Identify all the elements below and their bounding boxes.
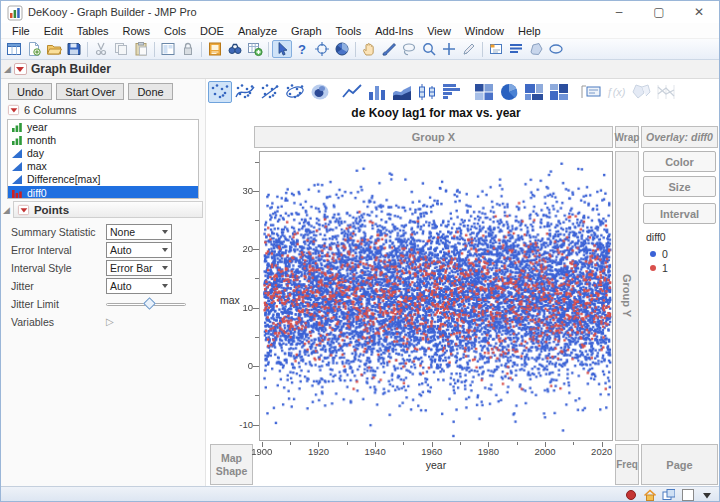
menu-graph[interactable]: Graph (284, 24, 329, 38)
gallery-formula-icon[interactable]: ƒ(x) (604, 81, 628, 103)
gallery-box-plot-icon[interactable] (415, 81, 439, 103)
column-item-diff0[interactable]: diff0 (8, 186, 198, 199)
done-button[interactable]: Done (128, 83, 172, 100)
pencil-icon[interactable] (459, 40, 479, 58)
color-wheel-icon[interactable] (332, 40, 352, 58)
menu-addins[interactable]: Add-Ins (368, 24, 420, 38)
gallery-area-icon[interactable] (390, 81, 414, 103)
lock-icon[interactable] (178, 40, 198, 58)
menu-rows[interactable]: Rows (116, 24, 158, 38)
gallery-map-shapes-icon[interactable] (629, 81, 653, 103)
gallery-line-icon[interactable] (340, 81, 364, 103)
wrap-zone[interactable]: Wrap (615, 126, 639, 148)
page-zone[interactable]: Page (641, 444, 718, 485)
menu-doe[interactable]: DOE (193, 24, 231, 38)
gallery-histogram-icon[interactable] (440, 81, 464, 103)
layout-icon[interactable] (158, 40, 178, 58)
home-icon[interactable] (642, 487, 656, 501)
gallery-bar-icon[interactable] (365, 81, 389, 103)
legend-item-0[interactable]: 0 (646, 247, 718, 261)
gallery-parallel-icon[interactable] (654, 81, 678, 103)
points-red-triangle-icon[interactable] (18, 204, 29, 214)
menu-file[interactable]: File (5, 24, 37, 38)
close-button[interactable]: ✕ (679, 1, 719, 23)
error-interval-dropdown[interactable]: Auto (106, 242, 172, 258)
gallery-mosaic-icon[interactable] (547, 81, 571, 103)
scatter-canvas[interactable] (260, 152, 612, 440)
overlay-zone[interactable]: Overlay: diff0 (641, 126, 718, 148)
menu-edit[interactable]: Edit (37, 24, 70, 38)
column-item-month[interactable]: month (8, 133, 198, 146)
journal-icon[interactable] (205, 40, 225, 58)
gallery-treemap-icon[interactable] (522, 81, 546, 103)
size-zone[interactable]: Size (643, 176, 716, 197)
gallery-contour-icon[interactable] (308, 81, 332, 103)
gallery-ellipse-icon[interactable] (283, 81, 307, 103)
menu-window[interactable]: Window (458, 24, 511, 38)
new-data-table-icon[interactable] (4, 40, 24, 58)
column-item-year[interactable]: year (8, 120, 198, 133)
interval-style-dropdown[interactable]: Error Bar (106, 260, 172, 276)
group-y-zone[interactable]: Group Y (615, 151, 639, 441)
brush-icon[interactable] (379, 40, 399, 58)
menu-tools[interactable]: Tools (329, 24, 369, 38)
group-x-zone[interactable]: Group X (254, 126, 613, 148)
jitter-limit-slider[interactable] (106, 299, 186, 309)
gallery-caption-box-icon[interactable] (579, 81, 603, 103)
new-script-icon[interactable] (24, 40, 44, 58)
interval-zone[interactable]: Interval (643, 203, 716, 224)
plus-tool-icon[interactable] (439, 40, 459, 58)
column-item-differencemax[interactable]: Difference[max] (8, 173, 198, 186)
color-zone[interactable]: Color (643, 151, 716, 172)
find-icon[interactable] (225, 40, 245, 58)
copy-icon[interactable] (111, 40, 131, 58)
start-over-button[interactable]: Start Over (56, 83, 124, 100)
undo-button[interactable]: Undo (8, 83, 52, 100)
grabber-icon[interactable] (359, 40, 379, 58)
element-gallery: ƒ(x) (208, 81, 679, 103)
checkbox-icon[interactable] (680, 487, 694, 501)
paste-icon[interactable] (131, 40, 151, 58)
crosshair-icon[interactable] (312, 40, 332, 58)
menu-help[interactable]: Help (511, 24, 548, 38)
columns-red-triangle-icon[interactable] (8, 105, 19, 115)
window-controls: –▢✕ (599, 1, 719, 23)
menu-cols[interactable]: Cols (157, 24, 193, 38)
polygon-icon[interactable] (526, 40, 546, 58)
cut-icon[interactable] (91, 40, 111, 58)
legend-item-1[interactable]: 1 (646, 261, 718, 275)
maximize-button[interactable]: ▢ (639, 1, 679, 23)
column-item-day[interactable]: day (8, 146, 198, 159)
gallery-heatmap-icon[interactable] (472, 81, 496, 103)
column-item-max[interactable]: max (8, 160, 198, 173)
scatter-plot[interactable] (259, 151, 613, 441)
collapse-triangle-icon[interactable]: ◢ (4, 64, 11, 74)
oval-icon[interactable] (546, 40, 566, 58)
red-triangle-menu-icon[interactable] (14, 63, 27, 75)
lasso-icon[interactable] (399, 40, 419, 58)
gallery-smoother-icon[interactable] (233, 81, 257, 103)
help-icon[interactable]: ? (292, 40, 312, 58)
annotate-icon[interactable] (486, 40, 506, 58)
arrow-tool-icon[interactable] (272, 40, 292, 58)
jitter-dropdown[interactable]: Auto (106, 278, 172, 294)
gallery-points-icon[interactable] (208, 81, 232, 103)
gallery-line-of-fit-icon[interactable] (258, 81, 282, 103)
caret-down-icon[interactable] (699, 487, 713, 501)
gallery-pie-icon[interactable] (497, 81, 521, 103)
window-tile-icon[interactable] (661, 487, 675, 501)
minimize-button[interactable]: – (599, 1, 639, 23)
open-icon[interactable] (44, 40, 64, 58)
points-collapse-icon[interactable]: ◢ (3, 205, 10, 215)
variables-disclosure-icon[interactable]: ▷ (106, 316, 114, 327)
summary-statistic-dropdown[interactable]: None (106, 224, 172, 240)
menu-view[interactable]: View (420, 24, 458, 38)
save-icon[interactable] (64, 40, 84, 58)
slider-thumb[interactable] (143, 297, 156, 310)
annotate-lines-icon[interactable] (506, 40, 526, 58)
record-icon[interactable] (623, 487, 637, 501)
magnifier-icon[interactable] (419, 40, 439, 58)
add-table-icon[interactable] (245, 40, 265, 58)
menu-analyze[interactable]: Analyze (231, 24, 284, 38)
menu-tables[interactable]: Tables (70, 24, 116, 38)
